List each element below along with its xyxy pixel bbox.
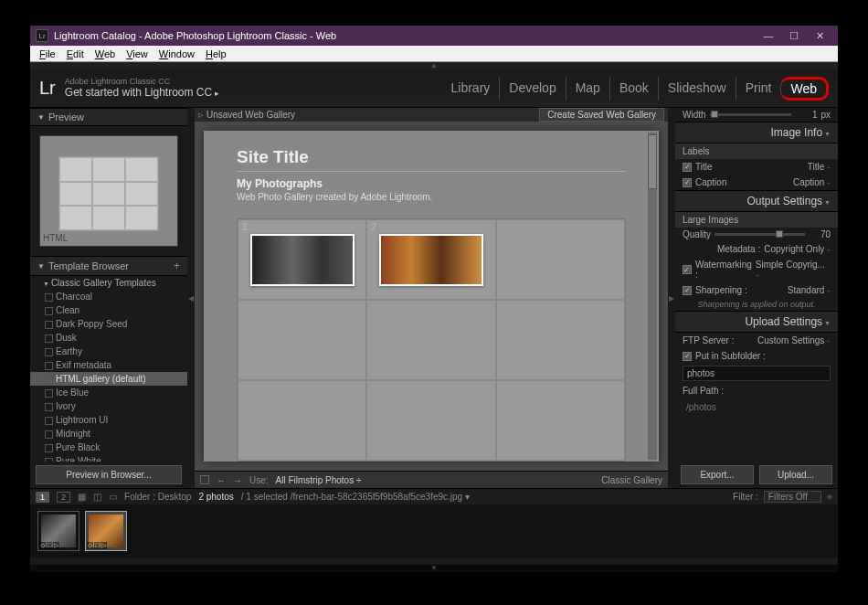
upload-button[interactable]: Upload...: [759, 465, 832, 484]
sharpening-dropdown[interactable]: Standard: [788, 285, 831, 295]
quality-slider[interactable]: [715, 233, 805, 236]
module-library[interactable]: Library: [442, 77, 500, 101]
prev-arrow-icon[interactable]: ←: [217, 475, 226, 485]
template-item[interactable]: Pure Black: [30, 440, 187, 454]
template-item[interactable]: Charcoal: [30, 290, 187, 303]
add-template-icon[interactable]: +: [174, 260, 180, 272]
menu-window[interactable]: Window: [153, 48, 200, 59]
display-1-button[interactable]: 1: [36, 492, 49, 503]
triangle-icon: ▼: [37, 262, 45, 271]
metadata-label: Metadata :: [683, 244, 760, 254]
next-arrow-icon[interactable]: →: [233, 475, 242, 485]
metadata-dropdown[interactable]: Copyright Only: [764, 244, 831, 254]
gallery-cell-empty: [366, 380, 495, 461]
menu-view[interactable]: View: [121, 48, 153, 59]
triangle-icon: ▷: [198, 111, 203, 119]
toolbar: ← → Use: All Filmstrip Photos ÷ Classic …: [195, 471, 668, 488]
template-item[interactable]: Ice Blue: [30, 386, 187, 399]
width-label: Width: [683, 110, 706, 120]
filter-label: Filter :: [733, 492, 758, 502]
triangle-icon: ▼: [37, 113, 45, 122]
menu-web[interactable]: Web: [90, 48, 121, 59]
module-map[interactable]: Map: [566, 77, 609, 101]
photo-count: 2 photos: [198, 492, 233, 502]
left-panel-toggle[interactable]: ◀: [187, 108, 195, 488]
output-settings-header[interactable]: Output Settings: [675, 190, 838, 212]
menu-edit[interactable]: Edit: [61, 48, 90, 59]
maximize-button[interactable]: ☐: [781, 30, 807, 42]
use-dropdown[interactable]: All Filmstrip Photos ÷: [276, 475, 362, 485]
identity-plate[interactable]: Adobe Lightroom Classic CC Get started w…: [65, 78, 219, 99]
quality-value[interactable]: 70: [809, 229, 831, 239]
create-saved-gallery-button[interactable]: Create Saved Web Gallery: [539, 108, 664, 122]
template-browser-title: Template Browser: [48, 260, 129, 271]
width-value[interactable]: 1: [795, 110, 817, 120]
gallery-cell[interactable]: 1: [238, 219, 366, 300]
module-book[interactable]: Book: [609, 77, 658, 101]
gallery-photo[interactable]: [250, 234, 355, 286]
gallery-cell-empty: [496, 219, 625, 300]
template-browser-header[interactable]: ▼ Template Browser +: [30, 256, 187, 276]
preview-panel-header[interactable]: ▼ Preview: [30, 108, 187, 126]
right-panel: Width 1 px Image Info Labels ✓ Title Tit…: [675, 108, 838, 488]
upload-settings-header[interactable]: Upload Settings: [675, 311, 838, 333]
menu-help[interactable]: Help: [200, 48, 232, 59]
template-item[interactable]: Dusk: [30, 331, 187, 345]
filter-dropdown[interactable]: Filters Off: [764, 491, 821, 503]
width-slider[interactable]: [710, 113, 792, 116]
top-panel-toggle[interactable]: ▲: [30, 62, 838, 69]
caption-checkbox[interactable]: ✓: [683, 178, 692, 187]
template-item[interactable]: Lightroom UI: [30, 413, 187, 427]
filmstrip-thumb[interactable]: ◇□▷: [37, 511, 79, 551]
caption-dropdown[interactable]: Caption: [793, 177, 831, 187]
filter-lock-icon[interactable]: ⎆: [827, 492, 832, 502]
stop-icon[interactable]: [200, 475, 209, 484]
image-info-header[interactable]: Image Info: [675, 122, 838, 143]
gallery-photo[interactable]: [379, 234, 483, 286]
template-group[interactable]: Classic Gallery Templates: [30, 276, 187, 290]
module-web[interactable]: Web: [780, 77, 829, 101]
canvas-scrollbar[interactable]: [648, 133, 657, 460]
title-dropdown[interactable]: Title: [808, 162, 831, 172]
display-2-button[interactable]: 2: [57, 492, 70, 503]
preview-in-browser-button[interactable]: Preview in Browser...: [36, 465, 182, 484]
gallery-cell[interactable]: 2: [366, 219, 495, 300]
template-item[interactable]: Dark Poppy Seed: [30, 317, 187, 331]
subfolder-input[interactable]: photos: [683, 366, 831, 381]
template-item[interactable]: Midnight: [30, 427, 187, 440]
export-button[interactable]: Export...: [681, 465, 754, 484]
filmstrip-thumb-selected[interactable]: ◇□▷: [85, 511, 127, 551]
grid-view-icon[interactable]: ▦: [78, 492, 86, 502]
site-title[interactable]: Site Title: [237, 147, 626, 172]
collection-description[interactable]: Web Photo Gallery created by Adobe Light…: [237, 192, 626, 202]
close-button[interactable]: ✕: [807, 30, 832, 42]
minimize-button[interactable]: —: [756, 30, 781, 41]
template-item-selected[interactable]: HTML gallery (default): [30, 372, 187, 386]
watermark-checkbox[interactable]: ✓: [683, 265, 692, 274]
template-item[interactable]: Clean: [30, 303, 187, 317]
compare-view-icon[interactable]: ◫: [93, 492, 101, 502]
template-item[interactable]: Exif metadata: [30, 358, 187, 372]
selected-info[interactable]: / 1 selected /french-bar-58c2365f5f9b58a…: [241, 492, 470, 502]
watermark-dropdown[interactable]: Simple Copyrig...: [756, 260, 831, 280]
folder-path[interactable]: Folder : Desktop: [124, 492, 191, 502]
title-label: Title: [695, 162, 804, 172]
filmstrip-toggle[interactable]: ▼: [30, 565, 838, 572]
right-panel-toggle[interactable]: ▶: [668, 108, 675, 488]
collection-title[interactable]: My Photographs: [237, 177, 626, 190]
module-print[interactable]: Print: [736, 77, 781, 101]
template-item[interactable]: Earthy: [30, 345, 187, 358]
module-develop[interactable]: Develop: [499, 77, 565, 101]
ftp-dropdown[interactable]: Custom Settings: [757, 335, 831, 345]
survey-view-icon[interactable]: ▭: [109, 492, 117, 502]
subfolder-checkbox[interactable]: ✓: [683, 352, 692, 361]
left-panel: ▼ Preview HTML ▼ Template Browser + Clas…: [30, 108, 187, 488]
menu-file[interactable]: File: [34, 48, 61, 59]
sharpening-checkbox[interactable]: ✓: [683, 286, 692, 295]
module-slideshow[interactable]: Slideshow: [658, 77, 736, 101]
use-label: Use:: [249, 475, 269, 485]
template-item[interactable]: Ivory: [30, 399, 187, 413]
title-checkbox[interactable]: ✓: [683, 163, 692, 172]
template-item[interactable]: Pure White: [30, 454, 187, 462]
preview-type-label: HTML: [43, 233, 68, 243]
